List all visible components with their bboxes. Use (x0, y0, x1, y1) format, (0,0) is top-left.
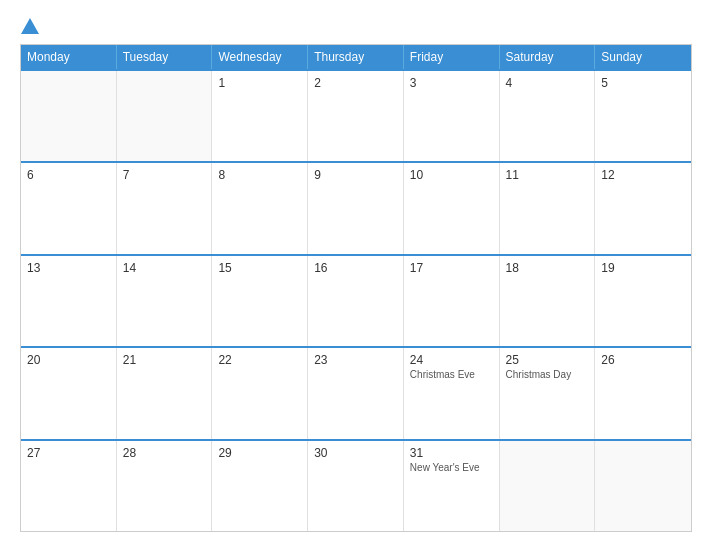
calendar-cell: 13 (21, 256, 117, 346)
calendar-cell: 26 (595, 348, 691, 438)
calendar-week-2: 6789101112 (21, 161, 691, 253)
weekday-header-tuesday: Tuesday (117, 45, 213, 69)
day-number: 19 (601, 261, 685, 275)
day-number: 12 (601, 168, 685, 182)
calendar-cell: 3 (404, 71, 500, 161)
day-number: 8 (218, 168, 301, 182)
calendar-cell: 21 (117, 348, 213, 438)
calendar-week-5: 2728293031New Year's Eve (21, 439, 691, 531)
day-number: 25 (506, 353, 589, 367)
calendar-cell: 22 (212, 348, 308, 438)
calendar-cell: 20 (21, 348, 117, 438)
day-number: 31 (410, 446, 493, 460)
day-number: 15 (218, 261, 301, 275)
calendar-cell: 27 (21, 441, 117, 531)
calendar-cell (21, 71, 117, 161)
weekday-header-wednesday: Wednesday (212, 45, 308, 69)
page-header (20, 18, 692, 34)
calendar-cell: 25Christmas Day (500, 348, 596, 438)
calendar-cell: 5 (595, 71, 691, 161)
weekday-header-thursday: Thursday (308, 45, 404, 69)
logo-triangle-icon (21, 18, 39, 34)
day-event: Christmas Day (506, 369, 589, 380)
day-number: 5 (601, 76, 685, 90)
calendar-cell: 6 (21, 163, 117, 253)
day-number: 14 (123, 261, 206, 275)
calendar-cell: 10 (404, 163, 500, 253)
day-number: 27 (27, 446, 110, 460)
calendar-cell: 29 (212, 441, 308, 531)
day-number: 6 (27, 168, 110, 182)
calendar-cell: 1 (212, 71, 308, 161)
day-number: 1 (218, 76, 301, 90)
calendar-cell: 16 (308, 256, 404, 346)
calendar-cell: 14 (117, 256, 213, 346)
day-number: 30 (314, 446, 397, 460)
calendar-page: MondayTuesdayWednesdayThursdayFridaySatu… (0, 0, 712, 550)
calendar-cell: 9 (308, 163, 404, 253)
day-number: 20 (27, 353, 110, 367)
calendar-cell: 23 (308, 348, 404, 438)
calendar-cell: 17 (404, 256, 500, 346)
calendar-cell: 28 (117, 441, 213, 531)
calendar-cell: 18 (500, 256, 596, 346)
weekday-header-saturday: Saturday (500, 45, 596, 69)
calendar-cell: 15 (212, 256, 308, 346)
calendar-cell: 2 (308, 71, 404, 161)
calendar-grid: MondayTuesdayWednesdayThursdayFridaySatu… (20, 44, 692, 532)
day-number: 18 (506, 261, 589, 275)
day-number: 23 (314, 353, 397, 367)
calendar-cell: 8 (212, 163, 308, 253)
calendar-cell: 30 (308, 441, 404, 531)
calendar-cell: 19 (595, 256, 691, 346)
day-number: 3 (410, 76, 493, 90)
day-number: 13 (27, 261, 110, 275)
calendar-week-1: 12345 (21, 69, 691, 161)
calendar-cell: 24Christmas Eve (404, 348, 500, 438)
calendar-cell (595, 441, 691, 531)
calendar-cell (117, 71, 213, 161)
calendar-cell: 11 (500, 163, 596, 253)
weekday-header-sunday: Sunday (595, 45, 691, 69)
weekday-header-friday: Friday (404, 45, 500, 69)
day-number: 9 (314, 168, 397, 182)
day-number: 16 (314, 261, 397, 275)
calendar-cell: 31New Year's Eve (404, 441, 500, 531)
day-number: 26 (601, 353, 685, 367)
calendar-body: 123456789101112131415161718192021222324C… (21, 69, 691, 531)
calendar-cell: 7 (117, 163, 213, 253)
calendar-week-4: 2021222324Christmas Eve25Christmas Day26 (21, 346, 691, 438)
day-number: 10 (410, 168, 493, 182)
day-number: 11 (506, 168, 589, 182)
day-number: 28 (123, 446, 206, 460)
day-number: 22 (218, 353, 301, 367)
day-event: Christmas Eve (410, 369, 493, 380)
weekday-header-monday: Monday (21, 45, 117, 69)
calendar-header: MondayTuesdayWednesdayThursdayFridaySatu… (21, 45, 691, 69)
calendar-cell: 4 (500, 71, 596, 161)
day-number: 2 (314, 76, 397, 90)
calendar-cell (500, 441, 596, 531)
logo (20, 18, 40, 34)
calendar-week-3: 13141516171819 (21, 254, 691, 346)
day-number: 21 (123, 353, 206, 367)
calendar-cell: 12 (595, 163, 691, 253)
day-number: 4 (506, 76, 589, 90)
day-number: 29 (218, 446, 301, 460)
day-number: 17 (410, 261, 493, 275)
day-number: 7 (123, 168, 206, 182)
day-event: New Year's Eve (410, 462, 493, 473)
day-number: 24 (410, 353, 493, 367)
